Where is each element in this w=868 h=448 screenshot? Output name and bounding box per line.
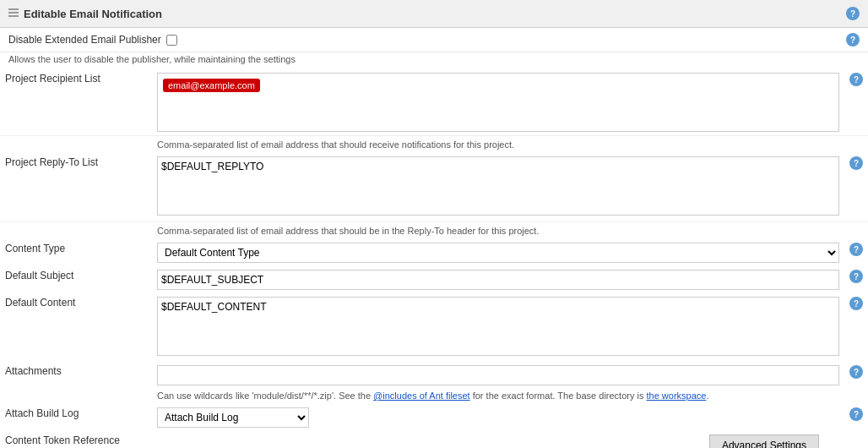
content-token-label: Content Token Reference [0, 431, 152, 448]
section-title: Editable Email Notification [24, 8, 162, 20]
ant-fileset-link[interactable]: @includes of Ant fileset [373, 391, 470, 401]
recipient-help-icon[interactable]: ? [849, 73, 863, 86]
content-token-help-cell [844, 431, 868, 448]
disable-label: Disable Extended Email Publisher [8, 34, 161, 46]
default-subject-label: Default Subject [0, 266, 152, 293]
content-type-select[interactable]: Default Content Type HTML Plain Text Bot… [157, 243, 839, 263]
attach-build-log-field-cell: Attach Build Log Do Not Attach Build Log… [152, 404, 844, 431]
attach-build-log-select[interactable]: Attach Build Log Do Not Attach Build Log… [157, 407, 309, 428]
recipient-field-cell: email@example.com [152, 69, 844, 136]
recipient-description: Comma-separated list of email address th… [152, 136, 868, 154]
default-subject-field-cell [152, 266, 844, 293]
replyto-field-cell [152, 153, 844, 222]
recipient-label: Project Recipient List [0, 69, 152, 136]
replyto-help-icon[interactable]: ? [849, 156, 863, 170]
content-type-field-cell: Default Content Type HTML Plain Text Bot… [152, 239, 844, 266]
workspace-link[interactable]: the workspace [647, 391, 707, 401]
content-type-help-icon[interactable]: ? [849, 243, 863, 256]
replyto-help-cell: ? [844, 153, 868, 222]
section-header: Editable Email Notification ? [0, 0, 868, 28]
default-content-textarea[interactable] [157, 297, 839, 356]
section-help-icon[interactable]: ? [846, 7, 860, 20]
attach-build-log-label: Attach Build Log [0, 404, 152, 431]
content-token-field-cell: Advanced Settings [152, 431, 844, 448]
recipient-box[interactable]: email@example.com [157, 73, 839, 132]
attach-build-log-help-cell: ? [844, 404, 868, 431]
attachments-label: Attachments [0, 362, 152, 389]
default-subject-input[interactable] [157, 270, 839, 290]
attachments-field-cell [152, 362, 844, 389]
default-content-label: Default Content [0, 293, 152, 362]
attach-build-log-row: Attach Build Log Attach Build Log Do Not… [0, 404, 868, 431]
email-tag: email@example.com [163, 79, 260, 92]
disable-description: Allows the user to disable the publisher… [0, 52, 868, 69]
disable-help-icon[interactable]: ? [846, 33, 860, 46]
content-token-row: Content Token Reference Advanced Setting… [0, 431, 868, 448]
replyto-desc-row: Comma-separated list of email address th… [0, 222, 868, 240]
attach-build-log-help-icon[interactable]: ? [849, 407, 863, 421]
content-type-label: Content Type [0, 239, 152, 266]
recipient-desc-row: Comma-separated list of email address th… [0, 136, 868, 154]
default-content-help-icon[interactable]: ? [849, 297, 863, 310]
replyto-label: Project Reply-To List [0, 153, 152, 222]
default-subject-help-cell: ? [844, 266, 868, 293]
form-table: Project Recipient List email@example.com… [0, 69, 868, 448]
content-type-row: Content Type Default Content Type HTML P… [0, 239, 868, 266]
page-wrapper: Editable Email Notification ? Disable Ex… [0, 0, 868, 448]
advanced-settings-button[interactable]: Advanced Settings [709, 434, 819, 448]
attachments-desc-row: Can use wildcards like 'module/dist/**/*… [0, 389, 868, 404]
default-content-help-cell: ? [844, 293, 868, 362]
default-subject-row: Default Subject ? [0, 266, 868, 293]
default-content-field-cell [152, 293, 844, 362]
attachments-row: Attachments ? [0, 362, 868, 389]
replyto-description: Comma-separated list of email address th… [152, 222, 868, 240]
recipient-help-cell: ? [844, 69, 868, 136]
attachments-help-icon[interactable]: ? [849, 365, 863, 379]
drag-handle[interactable] [8, 8, 19, 19]
attachments-description: Can use wildcards like 'module/dist/**/*… [152, 389, 868, 404]
recipient-row: Project Recipient List email@example.com… [0, 69, 868, 136]
attachments-input[interactable] [157, 365, 839, 385]
content-type-help-cell: ? [844, 239, 868, 266]
attachments-help-cell: ? [844, 362, 868, 389]
replyto-textarea[interactable] [157, 156, 839, 216]
default-content-row: Default Content ? [0, 293, 868, 362]
replyto-row: Project Reply-To List ? [0, 153, 868, 222]
default-subject-help-icon[interactable]: ? [849, 270, 863, 283]
disable-checkbox[interactable] [166, 35, 177, 46]
disable-row: Disable Extended Email Publisher ? [0, 28, 868, 52]
